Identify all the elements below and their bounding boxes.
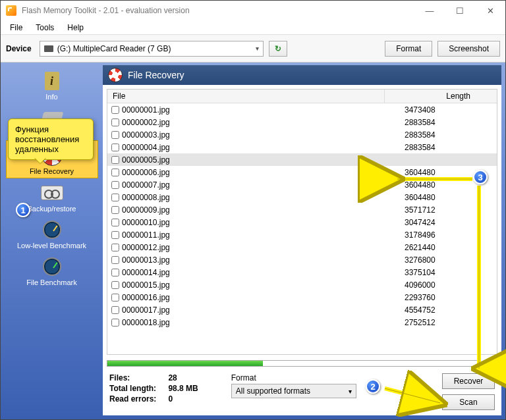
body-area: i Info Eraser File Recovery Backup/resto… [1,63,505,419]
table-row[interactable]: 00000008.jpg3604480 [107,191,497,203]
device-value: (G:) MultipleCard Reader (7 GB) [57,44,171,53]
file-name: 00000006.jpg [122,168,385,177]
table-row[interactable]: 00000012.jpg2621440 [107,241,497,253]
row-checkbox[interactable] [111,269,119,276]
window-controls: — ☐ ✕ [414,1,505,20]
table-row[interactable]: 00000014.jpg3375104 [107,266,497,278]
table-row[interactable]: 00000010.jpg3047424 [107,216,497,228]
row-checkbox[interactable] [111,244,119,251]
file-name: 00000008.jpg [122,193,385,202]
main-panel: File Recovery File Length 00000001.jpg34… [103,65,501,415]
row-checkbox[interactable] [111,231,119,239]
total-value: 98.8 MB [168,384,198,393]
row-checkbox[interactable] [111,181,119,189]
stopwatch-icon [43,221,61,239]
file-list: File Length 00000001.jpg347340800000002.… [107,89,497,355]
sidebar-item-low-level-benchmark[interactable]: Low-level Benchmark [6,215,98,252]
file-length: 2883584 [385,130,497,140]
table-row[interactable]: 00000013.jpg3276800 [107,253,497,266]
row-checkbox[interactable] [111,319,119,327]
lifebuoy-icon [108,68,123,82]
table-row[interactable]: 00000004.jpg2883584 [107,141,497,153]
row-checkbox[interactable] [111,219,119,226]
device-label: Device [6,44,32,53]
row-checkbox[interactable] [111,144,119,151]
screenshot-button[interactable]: Screenshot [437,41,500,57]
badge-3: 3 [473,170,488,184]
format-button[interactable]: Format [385,41,432,57]
table-row[interactable]: 00000001.jpg3473408 [107,103,497,116]
file-name: 00000001.jpg [122,105,385,115]
format-value: All supported formats [236,386,310,396]
file-length: 3375104 [385,268,497,277]
tooltip-text: Функция восстановления удаленных [15,124,79,154]
row-checkbox[interactable] [111,131,119,139]
refresh-icon: ↻ [275,44,281,53]
app-icon [6,5,16,16]
refresh-button[interactable]: ↻ [269,41,287,57]
format-column: Format All supported formats ▾ [231,373,356,398]
scan-button[interactable]: Scan [442,394,495,410]
panel-header: File Recovery [103,65,501,85]
list-body[interactable]: 00000001.jpg347340800000002.jpg288358400… [107,103,497,354]
menubar: File Tools Help [1,20,505,35]
format-select[interactable]: All supported formats ▾ [231,384,356,398]
file-length: 3473408 [385,105,497,115]
row-checkbox[interactable] [111,156,119,164]
file-length: 3604480 [385,193,497,202]
row-checkbox[interactable] [111,306,119,314]
badge-2: 2 [366,379,380,394]
row-checkbox[interactable] [111,206,119,214]
table-row[interactable]: 00000006.jpg3604480 [107,166,497,178]
info-icon: i [45,72,59,90]
close-button[interactable]: ✕ [475,1,505,20]
column-length[interactable]: Length [385,90,497,103]
stats-grid: Files: 28 Total length: 98.8 MB Read err… [109,373,198,404]
tape-icon [41,186,63,200]
file-length: 4554752 [385,305,497,315]
bottom-panel: Files: 28 Total length: 98.8 MB Read err… [103,369,501,415]
table-row[interactable]: 00000016.jpg2293760 [107,291,497,303]
menu-file[interactable]: File [3,22,29,34]
file-name: 00000015.jpg [122,280,385,290]
stopwatch-icon [43,257,61,276]
minimize-button[interactable]: — [414,1,445,20]
column-file[interactable]: File [107,90,385,103]
format-label: Format [231,373,356,382]
badge-1: 1 [16,203,30,217]
row-checkbox[interactable] [111,294,119,302]
table-row[interactable]: 00000003.jpg2883584 [107,128,497,141]
table-row[interactable]: 00000017.jpg4554752 [107,303,497,316]
maximize-button[interactable]: ☐ [445,1,475,20]
row-checkbox[interactable] [111,256,119,264]
row-checkbox[interactable] [111,118,119,126]
menu-tools[interactable]: Tools [29,22,61,34]
table-row[interactable]: 00000002.jpg2883584 [107,116,497,128]
sidebar-item-file-benchmark[interactable]: File Benchmark [6,252,98,289]
file-length: 3276800 [385,255,497,265]
sidebar-item-label: Backup/restore [28,205,76,213]
device-select[interactable]: (G:) MultipleCard Reader (7 GB) ▾ [40,41,264,57]
table-row[interactable]: 00000005.jpg [107,153,497,166]
table-row[interactable]: 00000009.jpg3571712 [107,203,497,216]
table-row[interactable]: 00000018.jpg2752512 [107,316,497,328]
row-checkbox[interactable] [111,169,119,176]
table-row[interactable]: 00000011.jpg3178496 [107,228,497,241]
table-row[interactable]: 00000007.jpg3604480 [107,178,497,191]
file-name: 00000017.jpg [122,305,385,315]
row-checkbox[interactable] [111,194,119,201]
errors-value: 0 [168,394,198,404]
file-name: 00000007.jpg [122,180,385,190]
sidebar-item-info[interactable]: i Info [6,66,98,103]
menu-help[interactable]: Help [61,22,90,34]
sidebar-item-label: Info [45,93,57,101]
recover-button[interactable]: Recover [442,373,495,389]
file-length: 3571712 [385,205,497,215]
list-header: File Length [107,90,497,103]
row-checkbox[interactable] [111,106,119,114]
file-name: 00000010.jpg [122,218,385,227]
errors-label: Read errors: [109,394,156,404]
file-name: 00000018.jpg [122,318,385,327]
table-row[interactable]: 00000015.jpg4096000 [107,278,497,291]
row-checkbox[interactable] [111,281,119,289]
